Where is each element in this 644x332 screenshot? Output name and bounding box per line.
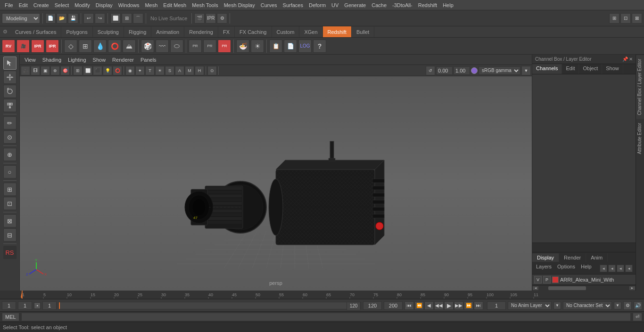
shelf-icon-cam[interactable]: 🎥 bbox=[17, 40, 30, 53]
gamma-options-btn[interactable]: ▼ bbox=[521, 66, 531, 75]
start-frame-field[interactable] bbox=[2, 301, 16, 310]
character-set-select[interactable]: No Character Set bbox=[563, 301, 612, 310]
range-end-field[interactable] bbox=[347, 302, 361, 310]
end-frame-field[interactable] bbox=[363, 301, 382, 310]
menu-curves[interactable]: Curves bbox=[258, 1, 280, 9]
rotate-field[interactable] bbox=[436, 66, 453, 75]
vp-icon-hud[interactable]: H bbox=[195, 66, 204, 75]
layer-menu-options[interactable]: Options bbox=[555, 264, 577, 273]
menu-mesh[interactable]: Mesh bbox=[142, 1, 160, 9]
vp-icon-lights[interactable]: ☀ bbox=[155, 66, 165, 75]
menu-cache[interactable]: Cache bbox=[369, 1, 389, 9]
vp-menu-panels[interactable]: Panels bbox=[138, 56, 159, 64]
channel-box-pin-btn[interactable]: 📌 bbox=[622, 57, 628, 62]
snap-curve-btn[interactable]: ⌒ bbox=[133, 13, 143, 24]
menu-modify[interactable]: Modify bbox=[72, 1, 92, 9]
mel-input[interactable] bbox=[21, 313, 631, 321]
menu-3dto[interactable]: -3DtoAll- bbox=[389, 1, 415, 9]
vp-icon-pivot[interactable]: ⊕ bbox=[50, 66, 60, 75]
scroll-thumb[interactable] bbox=[548, 286, 586, 290]
play-fwd-btn[interactable]: ▶ bbox=[444, 301, 454, 310]
side-tab-attribute-editor[interactable]: Attribute Editor bbox=[636, 119, 644, 158]
shelf-icon-circle[interactable]: ⭕ bbox=[108, 40, 121, 53]
vp-icon-ao[interactable]: A bbox=[175, 66, 184, 75]
shelf-icon-log[interactable]: LOG bbox=[298, 40, 312, 53]
tab-rendering[interactable]: Rendering bbox=[184, 26, 218, 37]
menu-help[interactable]: Help bbox=[440, 1, 456, 9]
select-tool-btn[interactable] bbox=[3, 57, 17, 70]
cb-tab-channels[interactable]: Channels bbox=[532, 64, 562, 74]
mode-selector[interactable]: Modeling Rigging Animation FX Rendering bbox=[2, 13, 40, 24]
layout-btn-2[interactable]: ⊡ bbox=[620, 13, 631, 24]
scroll-left-btn[interactable]: ◂ bbox=[532, 286, 539, 291]
vp-icon-spin[interactable]: ↺ bbox=[426, 66, 435, 75]
shelf-icon-teardrop[interactable]: 💧 bbox=[93, 40, 107, 53]
vp-icon-smooth[interactable]: ⭕ bbox=[113, 66, 122, 75]
layer-icon-down3[interactable]: ◂ bbox=[617, 265, 624, 272]
scale-tool-btn[interactable] bbox=[3, 99, 17, 112]
timeline-ruler[interactable]: 1 5 10 15 20 25 30 35 40 bbox=[0, 291, 644, 299]
timeline-scrubber[interactable] bbox=[58, 302, 361, 309]
layer-tab-render[interactable]: Render bbox=[559, 253, 586, 262]
tab-sculpting[interactable]: Sculpting bbox=[93, 26, 124, 37]
tab-polygons[interactable]: Polygons bbox=[61, 26, 92, 37]
menu-mesh-tools[interactable]: Mesh Tools bbox=[189, 1, 221, 9]
snap-grid-btn[interactable]: ⊞ bbox=[122, 13, 132, 24]
menu-edit-mesh[interactable]: Edit Mesh bbox=[160, 1, 189, 9]
layout-btn-3[interactable]: ⊠ bbox=[632, 13, 642, 24]
vp-menu-shading[interactable]: Shading bbox=[40, 56, 64, 64]
layer-icon-down1[interactable]: ◂ bbox=[600, 265, 607, 272]
vp-menu-lighting[interactable]: Lighting bbox=[65, 56, 89, 64]
max-frame-field[interactable] bbox=[384, 301, 403, 310]
shelf-icon-pr2[interactable]: PR bbox=[203, 40, 216, 53]
layer-icon-down4[interactable]: ◂ bbox=[625, 265, 633, 272]
next-key-btn[interactable]: ⏩ bbox=[464, 301, 473, 310]
scale-field[interactable] bbox=[454, 66, 470, 75]
frame-step-field[interactable] bbox=[42, 301, 57, 310]
vp-menu-view[interactable]: View bbox=[22, 56, 39, 64]
tab-xgen[interactable]: XGen bbox=[299, 26, 322, 37]
vp-icon-tex[interactable]: T bbox=[145, 66, 155, 75]
tab-fx-caching[interactable]: FX Caching bbox=[235, 26, 272, 37]
shelf-icon-ipr2[interactable]: IPR bbox=[46, 40, 59, 53]
menu-generate[interactable]: Generate bbox=[341, 1, 369, 9]
layer-p-btn[interactable]: P bbox=[543, 276, 551, 283]
shelf-icon-rv[interactable]: RV bbox=[2, 40, 15, 53]
layout-btn-1[interactable]: ⊞ bbox=[609, 13, 619, 24]
menu-display[interactable]: Display bbox=[93, 1, 116, 9]
frame-end-btn[interactable]: ⏭ bbox=[474, 301, 483, 310]
render-settings-btn[interactable]: ⚙ bbox=[217, 13, 227, 24]
menu-surfaces[interactable]: Surfaces bbox=[280, 1, 306, 9]
gamma-select[interactable]: sRGB gamma bbox=[479, 66, 520, 75]
tab-gear-icon[interactable]: ⚙ bbox=[0, 27, 10, 37]
shelf-icon-bowl[interactable]: 🍜 bbox=[236, 40, 249, 53]
shelf-icon-grid[interactable]: ⊞ bbox=[79, 40, 92, 53]
vp-menu-show[interactable]: Show bbox=[90, 56, 109, 64]
shelf-icon-doc[interactable]: 📋 bbox=[269, 40, 282, 53]
mel-run-btn[interactable]: ⏎ bbox=[633, 313, 642, 321]
render-btn[interactable]: 🎬 bbox=[194, 13, 205, 24]
rs-sphere-btn[interactable]: RS bbox=[3, 246, 17, 259]
tab-animation[interactable]: Animation bbox=[151, 26, 184, 37]
paint-tool-btn[interactable]: ✏ bbox=[3, 116, 17, 130]
menu-windows[interactable]: Windows bbox=[116, 1, 142, 9]
layer-color-swatch[interactable] bbox=[552, 276, 559, 283]
snap-btn[interactable]: ⊕ bbox=[3, 148, 17, 161]
vp-icon-gimbal[interactable]: 🎯 bbox=[60, 66, 70, 75]
ipr-btn[interactable]: IPR bbox=[206, 13, 216, 24]
menu-uv[interactable]: UV bbox=[329, 1, 341, 9]
shelf-icon-cube[interactable]: 🎲 bbox=[141, 40, 154, 53]
move-tool-btn[interactable] bbox=[3, 71, 17, 84]
channel-box-close-btn[interactable]: ✕ bbox=[629, 57, 633, 62]
tab-curves-surfaces[interactable]: Curves / Surfaces bbox=[10, 26, 61, 37]
open-btn[interactable]: 📂 bbox=[57, 13, 67, 24]
menu-mesh-display[interactable]: Mesh Display bbox=[221, 1, 258, 9]
vp-icon-shad[interactable]: S bbox=[165, 66, 174, 75]
shelf-icon-help[interactable]: ? bbox=[313, 40, 326, 53]
multi-cut-btn[interactable]: ⊞ bbox=[3, 183, 17, 196]
cb-tab-show[interactable]: Show bbox=[602, 64, 623, 74]
play-back-btn[interactable]: ◀◀ bbox=[434, 301, 444, 310]
char-set-arrow[interactable]: ▼ bbox=[614, 302, 621, 309]
tab-fx[interactable]: FX bbox=[218, 26, 235, 37]
vp-icon-xray[interactable]: ✦ bbox=[135, 66, 145, 75]
